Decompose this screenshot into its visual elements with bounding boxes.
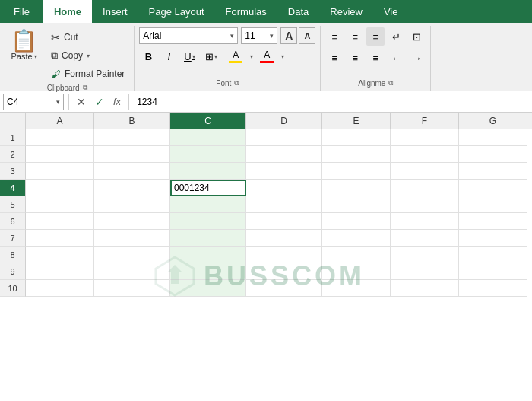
italic-button[interactable]: I [160,47,178,65]
cell-c5[interactable] [170,196,246,213]
cell-g10[interactable] [459,280,527,297]
cell-f6[interactable] [391,213,459,230]
cell-c9[interactable] [170,263,246,280]
menu-view[interactable]: Vie [373,0,409,23]
cell-b7[interactable] [94,230,170,247]
borders-button[interactable]: ⊞ ▾ [201,47,222,65]
font-expand-icon[interactable]: ⧉ [234,79,239,88]
align-center-button[interactable]: ≡ [346,49,364,67]
cell-e5[interactable] [322,196,391,213]
cell-g3[interactable] [459,163,527,180]
cell-g8[interactable] [459,247,527,263]
cell-c1[interactable] [170,129,246,146]
col-header-f[interactable]: F [391,113,459,129]
formula-confirm-button[interactable]: ✓ [92,96,107,108]
cell-f4[interactable] [391,180,459,196]
cell-e3[interactable] [322,163,391,180]
cell-g6[interactable] [459,213,527,230]
menu-formulas[interactable]: Formulas [215,0,277,23]
name-box[interactable]: C4 ▾ [3,94,64,110]
cell-g9[interactable] [459,263,527,280]
cell-b4[interactable] [94,180,170,196]
menu-page-layout[interactable]: Page Layout [138,0,215,23]
cell-d8[interactable] [246,247,322,263]
cell-b10[interactable] [94,280,170,297]
font-color-dropdown-arrow[interactable]: ▾ [281,53,284,60]
cell-d4[interactable] [246,180,322,196]
font-increase-button[interactable]: A [280,27,297,44]
align-right-button[interactable]: ≡ [366,49,385,67]
cell-d2[interactable] [246,146,322,163]
font-decrease-button[interactable]: A [299,27,315,44]
cell-b2[interactable] [94,146,170,163]
align-top-center-button[interactable]: ≡ [346,27,364,46]
cell-c7[interactable] [170,230,246,247]
menu-insert[interactable]: Insert [92,0,138,23]
highlight-color-button[interactable]: A [224,47,247,65]
underline-button[interactable]: U ▾ [180,47,198,65]
cell-c4[interactable]: 0001234 [170,180,246,196]
cell-e8[interactable] [322,247,391,263]
align-top-left-button[interactable]: ≡ [325,27,344,46]
menu-data[interactable]: Data [277,0,319,23]
cell-a1[interactable] [26,129,94,146]
cell-d3[interactable] [246,163,322,180]
cell-a8[interactable] [26,247,94,263]
cell-a9[interactable] [26,263,94,280]
cell-a6[interactable] [26,213,94,230]
cell-b8[interactable] [94,247,170,263]
paste-button[interactable]: 📋 Paste ▾ [5,27,43,64]
col-header-c[interactable]: C [170,113,246,129]
col-header-e[interactable]: E [322,113,391,129]
cell-d10[interactable] [246,280,322,297]
merge-cells-button[interactable]: ⊡ [407,27,426,46]
cell-g4[interactable] [459,180,527,196]
menu-file[interactable]: File [0,0,43,23]
cell-a3[interactable] [26,163,94,180]
cell-e7[interactable] [322,230,391,247]
cell-d5[interactable] [246,196,322,213]
highlight-dropdown-arrow[interactable]: ▾ [250,53,253,60]
cell-a5[interactable] [26,196,94,213]
bold-button[interactable]: B [139,47,157,65]
cell-e2[interactable] [322,146,391,163]
alignment-expand-icon[interactable]: ⧉ [388,79,393,88]
cell-c2[interactable] [170,146,246,163]
cell-b3[interactable] [94,163,170,180]
cell-a7[interactable] [26,230,94,247]
wrap-text-button[interactable]: ↵ [387,27,405,46]
copy-button[interactable]: ⧉ Copy ▾ [46,47,129,64]
col-header-g[interactable]: G [459,113,527,129]
cell-g7[interactable] [459,230,527,247]
cell-e4[interactable] [322,180,391,196]
clipboard-expand-icon[interactable]: ⧉ [83,84,87,92]
cell-e1[interactable] [322,129,391,146]
cell-d7[interactable] [246,230,322,247]
cell-d1[interactable] [246,129,322,146]
cell-c10[interactable] [170,280,246,297]
col-header-b[interactable]: B [94,113,170,129]
menu-review[interactable]: Review [319,0,373,23]
cell-c3[interactable] [170,163,246,180]
cell-a4[interactable] [26,180,94,196]
cell-e10[interactable] [322,280,391,297]
cell-b9[interactable] [94,263,170,280]
cell-g1[interactable] [459,129,527,146]
cell-c6[interactable] [170,213,246,230]
cell-f9[interactable] [391,263,459,280]
cell-d9[interactable] [246,263,322,280]
cell-f2[interactable] [391,146,459,163]
cell-g2[interactable] [459,146,527,163]
cell-e9[interactable] [322,263,391,280]
format-painter-button[interactable]: 🖌 Format Painter [46,65,129,82]
align-top-right-button[interactable]: ≡ [366,27,385,46]
cell-c8[interactable] [170,247,246,263]
cell-d6[interactable] [246,213,322,230]
cut-button[interactable]: ✂ Cut [46,29,129,46]
cell-f10[interactable] [391,280,459,297]
col-header-d[interactable]: D [246,113,322,129]
cell-e6[interactable] [322,213,391,230]
font-name-dropdown[interactable]: Arial ▾ [139,27,238,44]
increase-indent-button[interactable]: → [407,49,426,67]
col-header-a[interactable]: A [26,113,94,129]
